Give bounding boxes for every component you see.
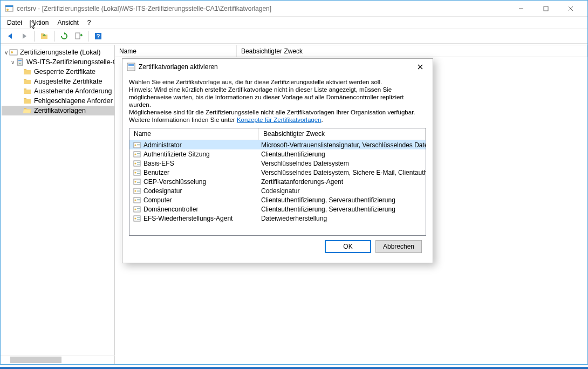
export-button[interactable] bbox=[72, 30, 85, 43]
svg-rect-56 bbox=[137, 192, 140, 192]
menu-action[interactable]: Aktion bbox=[26, 18, 53, 28]
template-listview: Name Beabsichtigter Zweck AdministratorM… bbox=[129, 128, 426, 236]
menu-bar: Datei Aktion Ansicht ? bbox=[1, 17, 587, 29]
svg-rect-9 bbox=[76, 33, 80, 39]
scrollbar-thumb[interactable] bbox=[10, 357, 61, 363]
dialog-buttons: OK Abbrechen bbox=[129, 236, 426, 257]
forward-button[interactable] bbox=[18, 30, 31, 43]
window-controls bbox=[509, 1, 583, 17]
tree-pending[interactable]: Ausstehende Anforderung bbox=[2, 86, 115, 96]
link-prefix: Weitere Informationen finden Sie unter bbox=[129, 117, 237, 123]
back-button[interactable] bbox=[4, 30, 17, 43]
template-row[interactable]: Basis-EFSVerschlüsselndes Dateisystem bbox=[129, 159, 426, 168]
menu-file[interactable]: Datei bbox=[3, 18, 26, 28]
template-name: Basis-EFS bbox=[143, 160, 259, 167]
cancel-button[interactable]: Abbrechen bbox=[375, 240, 422, 253]
toolbar-separator bbox=[34, 31, 35, 42]
tree-horizontal-scrollbar[interactable] bbox=[1, 355, 115, 364]
folder-icon bbox=[23, 97, 32, 105]
tree-node-label: Ausgestellte Zertifikate bbox=[34, 78, 102, 85]
template-row[interactable]: ComputerClientauthentifizierung, Servera… bbox=[129, 195, 426, 204]
list-col-name[interactable]: Name bbox=[115, 45, 237, 57]
tree-revoked[interactable]: Gesperrte Zertifikate bbox=[2, 67, 115, 77]
svg-rect-67 bbox=[137, 217, 140, 218]
tree-failed[interactable]: Fehlgeschlagene Anforder bbox=[2, 96, 115, 106]
svg-rect-68 bbox=[137, 219, 140, 220]
dialog-icon bbox=[127, 63, 135, 71]
template-name: CEP-Verschlüsselung bbox=[143, 178, 259, 186]
server-icon bbox=[16, 58, 24, 66]
svg-rect-18 bbox=[24, 70, 31, 74]
up-level-button[interactable] bbox=[38, 30, 51, 43]
certificate-icon bbox=[133, 141, 141, 149]
template-list-scroll[interactable]: AdministratorMicrosoft-Vertrauenslistens… bbox=[129, 140, 426, 235]
col-name[interactable]: Name bbox=[129, 128, 259, 140]
title-bar: certsrv - [Zertifizierungsstelle (Lokal)… bbox=[1, 1, 587, 17]
svg-rect-22 bbox=[24, 90, 31, 94]
svg-rect-43 bbox=[137, 162, 140, 163]
menu-view[interactable]: Ansicht bbox=[53, 18, 83, 28]
template-row[interactable]: DomänencontrollerClientauthentifizierung… bbox=[129, 204, 426, 214]
enable-templates-dialog: Zertifikatvorlagen aktivieren Wählen Sie… bbox=[122, 58, 433, 263]
svg-point-16 bbox=[19, 63, 20, 64]
certificate-icon bbox=[133, 159, 141, 168]
folder-icon bbox=[23, 87, 32, 95]
list-header: Name Beabsichtigter Zweck bbox=[115, 45, 587, 57]
svg-rect-27 bbox=[23, 110, 31, 113]
tree-node-label: Gesperrte Zertifikate bbox=[34, 68, 95, 76]
template-purpose: Verschlüsselndes Dateisystem, Sichere E-… bbox=[259, 169, 426, 176]
collapse-icon[interactable]: ∨ bbox=[9, 59, 16, 65]
tree-templates[interactable]: Zertifikatvorlagen bbox=[2, 106, 115, 115]
template-purpose: Codesignatur bbox=[259, 187, 426, 195]
tree-root[interactable]: ∨ Zertifizierungsstelle (Lokal) bbox=[2, 47, 115, 57]
template-row[interactable]: CodesignaturCodesignatur bbox=[129, 186, 426, 195]
ok-button[interactable]: OK bbox=[325, 240, 371, 253]
concepts-link[interactable]: Konzepte für Zertifikatvorlagen bbox=[237, 117, 322, 123]
svg-rect-47 bbox=[137, 172, 140, 172]
template-row[interactable]: Authentifizierte SitzungClientauthentifi… bbox=[129, 149, 426, 159]
navigation-tree: ∨ Zertifizierungsstelle (Lokal) ∨ WS-ITS… bbox=[1, 45, 115, 118]
template-row[interactable]: BenutzerVerschlüsselndes Dateisystem, Si… bbox=[129, 168, 426, 177]
toolbar-separator bbox=[54, 31, 54, 42]
svg-point-34 bbox=[134, 144, 136, 146]
svg-rect-52 bbox=[137, 182, 140, 183]
template-purpose: Clientauthentifizierung, Serverauthentif… bbox=[259, 206, 426, 213]
svg-point-13 bbox=[11, 51, 13, 53]
col-purpose[interactable]: Beabsichtigter Zweck bbox=[259, 128, 426, 140]
template-name: EFS-Wiederherstellungs-Agent bbox=[143, 215, 259, 222]
list-col-purpose[interactable]: Beabsichtigter Zweck bbox=[237, 45, 587, 57]
template-name: Codesignatur bbox=[143, 187, 259, 195]
svg-point-58 bbox=[134, 199, 136, 201]
taskbar-edge bbox=[0, 367, 588, 369]
dialog-close-button[interactable] bbox=[412, 59, 428, 75]
maximize-button[interactable] bbox=[534, 1, 558, 17]
svg-rect-1 bbox=[5, 5, 13, 7]
svg-rect-39 bbox=[137, 153, 140, 154]
svg-point-50 bbox=[134, 181, 136, 182]
template-row[interactable]: AdministratorMicrosoft-Vertrauenslistens… bbox=[129, 140, 426, 149]
refresh-button[interactable] bbox=[58, 30, 71, 43]
tree-issued[interactable]: Ausgestellte Zertifikate bbox=[2, 77, 115, 86]
certificate-icon bbox=[133, 150, 141, 159]
svg-rect-64 bbox=[137, 210, 140, 210]
tree-ca[interactable]: ∨ WS-ITS-Zertifizierungsstelle-C bbox=[2, 57, 115, 67]
svg-point-42 bbox=[134, 162, 136, 164]
minimize-button[interactable] bbox=[509, 1, 534, 17]
template-name: Domänencontroller bbox=[143, 206, 259, 213]
svg-rect-59 bbox=[137, 199, 140, 200]
help-button[interactable]: ? bbox=[92, 30, 105, 43]
collapse-icon[interactable]: ∨ bbox=[3, 50, 9, 56]
certificate-icon bbox=[133, 196, 141, 204]
instr-line3: Möglicherweise sind für die Zertifizieru… bbox=[129, 109, 415, 115]
app-icon bbox=[5, 4, 13, 13]
certificate-icon bbox=[133, 187, 141, 195]
template-name: Authentifizierte Sitzung bbox=[143, 151, 259, 158]
certificate-icon bbox=[133, 177, 141, 186]
template-row[interactable]: EFS-Wiederherstellungs-AgentDateiwiederh… bbox=[129, 214, 426, 223]
template-row[interactable]: CEP-VerschlüsselungZertifikatanforderung… bbox=[129, 177, 426, 186]
menu-help[interactable]: ? bbox=[83, 18, 95, 28]
close-button[interactable] bbox=[558, 1, 583, 17]
svg-rect-30 bbox=[128, 67, 134, 70]
svg-rect-4 bbox=[544, 6, 548, 11]
tree-pane[interactable]: ∨ Zertifizierungsstelle (Lokal) ∨ WS-ITS… bbox=[1, 45, 115, 364]
